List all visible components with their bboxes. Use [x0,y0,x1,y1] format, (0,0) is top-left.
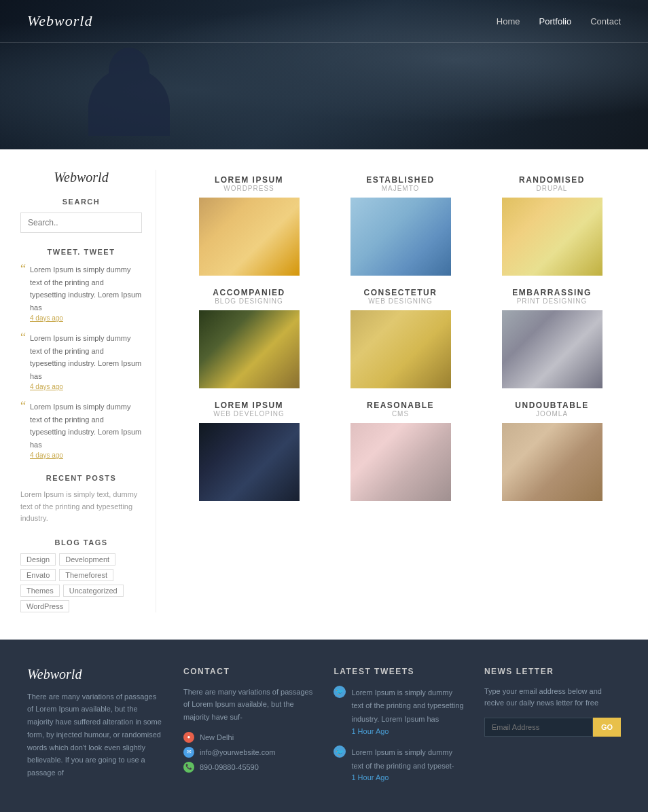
portfolio-grid: LOREM IPSUM WORDPRESS ESTABLISHED MAJEMT… [173,170,628,508]
tag-uncategorized[interactable]: Uncategorized [63,585,124,597]
portfolio-item-2[interactable]: RANDOMISED DRUPAL [476,170,628,282]
portfolio-item-5[interactable]: EMBARRASSING PRINT DESIGNING [476,282,628,395]
footer-tweet-time-1: 1 Hour Ago [351,726,463,738]
blog-tags-section: BLOG TAGS Design Development Envato Them… [20,538,142,612]
tweet-text-1: Lorem Ipsum is simply dummy text of the … [30,265,141,312]
portfolio-img-3[interactable] [199,310,300,388]
search-input[interactable] [20,213,142,233]
portfolio-img-1[interactable] [350,198,451,276]
newsletter-title: NEWS LETTER [484,667,621,676]
newsletter-form: GO [484,718,621,737]
contact-email: ✉ info@yourwebsite.com [183,747,313,758]
tweet-time-3: 4 days ago [30,451,142,459]
newsletter-desc: Type your email address below and recive… [484,686,621,709]
portfolio-img-6[interactable] [199,423,300,501]
portfolio-sub-4: WEB DESIGNING [364,297,437,305]
contact-email-text: info@yourwebsite.com [200,748,275,756]
portfolio-item-1[interactable]: ESTABLISHED MAJEMTO [325,170,476,282]
footer-tweet-1: 🐦 Lorem Ipsum is simply dummy text of th… [334,686,463,737]
portfolio-title-6: LOREM IPSUM [213,401,285,410]
contact-phone: 📞 890-09880-45590 [183,762,313,773]
blog-tags-title: BLOG TAGS [20,538,142,547]
tweet-item-3: “ Lorem Ipsum is simply dummy text of th… [20,400,142,459]
newsletter-email-input[interactable] [484,718,593,737]
portfolio-img-7[interactable] [350,423,451,501]
tweet-quote-icon: “ [20,263,26,322]
nav-links: Home Portfolio Contact [497,16,621,26]
portfolio-title-8: UNDOUBTABLE [515,401,588,410]
tweet-item-2: “ Lorem Ipsum is simply dummy text of th… [20,331,142,390]
tweet-title: TWEET. TWEET [20,248,142,256]
portfolio-title-4: CONSECTETUR [364,288,437,297]
newsletter-submit-button[interactable]: GO [593,718,621,737]
tweet-quote-icon-3: “ [20,400,26,459]
portfolio-sub-7: CMS [367,410,434,418]
twitter-bird-icon-2: 🐦 [334,745,346,758]
portfolio-item-6[interactable]: LOREM IPSUM WEB DEVELOPING [173,395,325,508]
nav-logo: Webworld [27,12,497,30]
portfolio-title-0: LOREM IPSUM [215,175,283,185]
portfolio-item-3[interactable]: ACCOMPANIED BLOG DESIGNING [173,282,325,395]
map-icon: ● [183,732,194,743]
tag-design[interactable]: Design [20,553,56,566]
nav-contact[interactable]: Contact [590,16,621,26]
contact-address: ● New Delhi [183,732,313,743]
portfolio-title-5: EMBARRASSING [512,288,592,297]
tweets-title: LATEST TWEETS [334,667,463,676]
footer-tweets: LATEST TWEETS 🐦 Lorem Ipsum is simply du… [334,667,463,792]
recent-posts-title: RECENT POSTS [20,474,142,482]
portfolio-img-5[interactable] [502,310,602,388]
portfolio-item-8[interactable]: UNDOUBTABLE JOOMLA [476,395,628,508]
email-icon: ✉ [183,747,194,758]
portfolio-title-1: ESTABLISHED [366,175,434,185]
tags-container: Design Development Envato Themeforest Th… [20,553,142,612]
recent-posts-section: RECENT POSTS Lorem Ipsum is simply text,… [20,474,142,525]
nav-portfolio[interactable]: Portfolio [539,16,571,26]
portfolio-item-4[interactable]: CONSECTETUR WEB DESIGNING [325,282,476,395]
tag-development[interactable]: Development [59,553,115,566]
tweet-time-1: 4 days ago [30,314,142,322]
sidebar-logo: Webworld [20,170,142,185]
tag-themeforest[interactable]: Themeforest [59,569,113,581]
site-footer: Webworld There are many variations of pa… [0,640,648,812]
footer-tweet-text-2: Lorem Ipsum is simply dummy text of the … [351,748,454,770]
site-header: Webworld Home Portfolio Contact [0,0,648,149]
nav-home[interactable]: Home [497,16,520,26]
sidebar: Webworld SEARCH TWEET. TWEET “ Lorem Ips… [20,170,156,612]
portfolio-sub-6: WEB DEVELOPING [213,410,285,418]
search-label: SEARCH [20,198,142,206]
contact-title: CONTACT [183,667,313,676]
portfolio-item-0[interactable]: LOREM IPSUM WORDPRESS [173,170,325,282]
footer-tweet-time-2: 1 Hour Ago [351,772,463,784]
footer-logo: Webworld [27,667,163,682]
tweet-section: TWEET. TWEET “ Lorem Ipsum is simply dum… [20,248,142,459]
portfolio-img-2[interactable] [502,198,602,276]
portfolio-title-7: REASONABLE [367,401,434,410]
footer-contact: CONTACT There are many variations of pas… [183,667,313,792]
portfolio-sub-5: PRINT DESIGNING [512,297,592,305]
recent-post-text: Lorem Ipsum is simply text, dummy text o… [20,489,142,525]
portfolio-sub-3: BLOG DESIGNING [213,297,285,305]
tag-wordpress[interactable]: WordPress [20,600,69,612]
footer-tweet-text-1: Lorem Ipsum is simply dummy text of the … [351,688,463,723]
portfolio-sub-1: MAJEMTO [366,185,434,192]
portfolio-item-7[interactable]: REASONABLE CMS [325,395,476,508]
portfolio-img-0[interactable] [199,198,300,276]
portfolio-img-8[interactable] [502,423,602,501]
footer-newsletter: NEWS LETTER Type your email address belo… [484,667,621,792]
portfolio-sub-0: WORDPRESS [215,185,283,192]
footer-tweet-2: 🐦 Lorem Ipsum is simply dummy text of th… [334,745,463,784]
phone-icon: 📞 [183,762,194,773]
portfolio-sub-2: DRUPAL [519,185,585,192]
main-content: Webworld SEARCH TWEET. TWEET “ Lorem Ips… [0,149,648,640]
twitter-bird-icon-1: 🐦 [334,686,346,698]
footer-brand: Webworld There are many variations of pa… [27,667,163,792]
nav-bar: Webworld Home Portfolio Contact [0,0,648,43]
tweet-text-3: Lorem Ipsum is simply dummy text of the … [30,403,141,449]
portfolio-sub-8: JOOMLA [515,410,588,418]
tweet-time-2: 4 days ago [30,383,142,390]
tag-themes[interactable]: Themes [20,585,60,597]
contact-phone-text: 890-09880-45590 [200,763,259,771]
tag-envato[interactable]: Envato [20,569,56,581]
portfolio-img-4[interactable] [350,310,451,388]
